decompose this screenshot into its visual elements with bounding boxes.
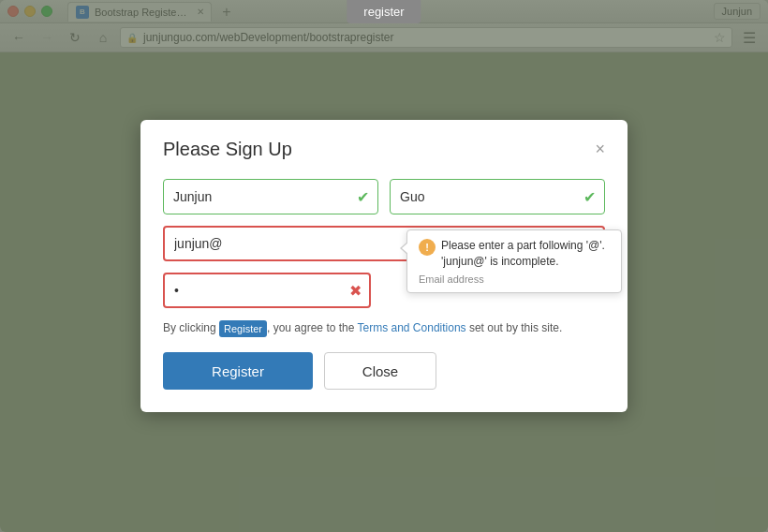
email-container: ✖ ! Please enter a part following '@'. '… (163, 226, 605, 261)
terms-text: By clicking Register, you agree to the T… (163, 319, 605, 337)
register-badge: Register (219, 320, 267, 338)
email-tooltip: ! Please enter a part following '@'. 'ju… (406, 229, 622, 293)
register-button[interactable]: Register (163, 352, 313, 390)
modal-header: Please Sign Up × (163, 139, 605, 160)
page-area: register Please Sign Up × ✔ ✔ (0, 52, 768, 532)
first-name-valid-icon: ✔ (357, 187, 369, 205)
register-tab[interactable]: register (347, 0, 421, 23)
password-input-wrapper: ✖ (163, 273, 371, 308)
first-name-input[interactable] (163, 179, 378, 214)
password-input[interactable] (163, 273, 371, 308)
tooltip-content: Please enter a part following '@'. 'junj… (441, 238, 605, 270)
first-name-group: ✔ (163, 179, 378, 214)
browser-window: B Bootstrap Register with Va... ✕ + Junj… (0, 0, 768, 532)
button-row: Register Close (163, 352, 605, 390)
last-name-group: ✔ (390, 179, 605, 214)
tooltip-message: Please enter a part following '@'. 'junj… (441, 238, 605, 270)
modal-close-button[interactable]: × (595, 140, 605, 157)
tooltip-header: ! Please enter a part following '@'. 'ju… (419, 238, 610, 270)
tooltip-warning-icon: ! (419, 239, 436, 256)
last-name-valid-icon: ✔ (583, 187, 596, 205)
password-invalid-icon: ✖ (349, 281, 362, 299)
last-name-input[interactable] (390, 179, 605, 214)
modal-title: Please Sign Up (163, 139, 292, 160)
close-button[interactable]: Close (324, 352, 436, 390)
name-row: ✔ ✔ (163, 179, 605, 214)
tooltip-field-label: Email address (419, 273, 610, 285)
email-wrapper: ✖ ! Please enter a part following '@'. '… (163, 226, 605, 261)
terms-link[interactable]: Terms and Conditions (358, 321, 466, 334)
modal-overlay: Please Sign Up × ✔ ✔ (0, 0, 768, 532)
signup-modal: Please Sign Up × ✔ ✔ (140, 120, 628, 412)
